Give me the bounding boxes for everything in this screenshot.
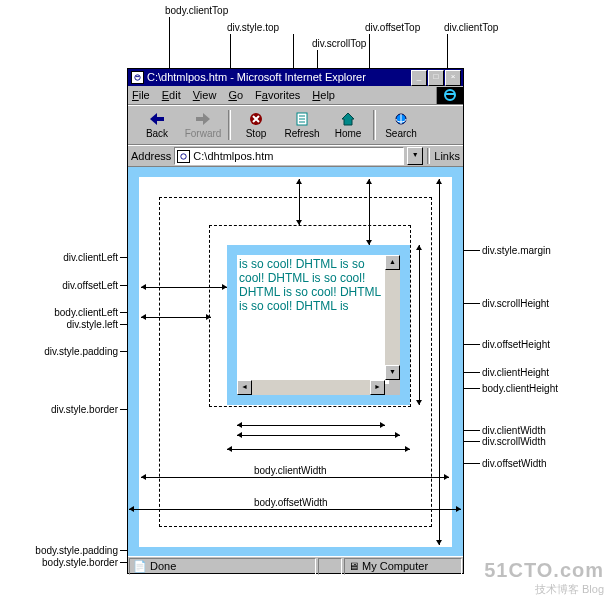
- lbl-body-clientTop: body.clientTop: [165, 5, 228, 16]
- status-pane-2: [318, 558, 342, 575]
- div-offsetHeight-arrow: [419, 245, 420, 405]
- scroll-right-button[interactable]: ►: [370, 380, 385, 395]
- forward-button[interactable]: Forward: [180, 108, 226, 142]
- maximize-button[interactable]: □: [428, 70, 444, 86]
- div-scrollWidth-arrow: [237, 435, 400, 436]
- menu-go[interactable]: Go: [228, 89, 243, 101]
- div-clientWidth-arrow: [237, 425, 385, 426]
- horizontal-scrollbar[interactable]: ◄ ►: [237, 380, 385, 395]
- scroll-down-button[interactable]: ▼: [385, 365, 400, 380]
- lbl-body-style-border: body.style.border: [4, 557, 118, 568]
- lbl-div-clientWidth: div.clientWidth: [482, 425, 546, 436]
- menu-file[interactable]: File: [132, 89, 150, 101]
- lbl-div-scrollWidth: div.scrollWidth: [482, 436, 546, 447]
- search-button[interactable]: Search: [378, 108, 424, 142]
- refresh-button[interactable]: Refresh: [279, 108, 325, 142]
- stop-button[interactable]: Stop: [233, 108, 279, 142]
- body-clientWidth-arrow: [141, 477, 449, 478]
- lbl-div-offsetWidth: div.offsetWidth: [482, 458, 547, 469]
- scroll-up-button[interactable]: ▲: [385, 255, 400, 270]
- address-dropdown[interactable]: ▼: [407, 147, 423, 165]
- menu-edit[interactable]: Edit: [162, 89, 181, 101]
- client-area: is so cool! DHTML is so cool! DHTML is s…: [128, 167, 463, 556]
- toolbar: Back Forward Stop Refresh Home Search: [128, 105, 463, 145]
- diagram-container: body.clientTop div.style.top div.scrollT…: [0, 0, 609, 602]
- menu-bar: File Edit View Go Favorites Help: [128, 86, 463, 105]
- lbl-div-scrollTop: div.scrollTop: [312, 38, 366, 49]
- lbl-div-clientTop: div.clientTop: [444, 22, 498, 33]
- scroll-left-button[interactable]: ◄: [237, 380, 252, 395]
- address-bar: Address C:\dhtmlpos.htm ▼ Links: [128, 145, 463, 167]
- address-input[interactable]: C:\dhtmlpos.htm: [174, 147, 404, 165]
- ie-logo-icon: [436, 87, 463, 104]
- lbl-div-clientHeight: div.clientHeight: [482, 367, 549, 378]
- vertical-scrollbar[interactable]: ▲ ▼: [385, 255, 400, 380]
- done-icon: 📄: [133, 560, 147, 573]
- body-offsetWidth-arrow: [129, 509, 461, 510]
- div-offsetWidth-arrow: [227, 449, 410, 450]
- lbl-div-offsetHeight: div.offsetHeight: [482, 339, 550, 350]
- div-offsetTop-arrow: [369, 179, 370, 245]
- div-style-left-arrow: [141, 317, 211, 318]
- home-button[interactable]: Home: [325, 108, 371, 142]
- title-bar[interactable]: C:\dhtmlpos.htm - Microsoft Internet Exp…: [128, 69, 463, 86]
- minimize-button[interactable]: _: [411, 70, 427, 86]
- lbl-div-offsetLeft: div.offsetLeft: [23, 280, 118, 291]
- lbl-body-clientLeft: body.clientLeft: [4, 307, 118, 318]
- div-offsetLeft-arrow: [141, 287, 227, 288]
- lbl-div-style-left: div.style.left: [32, 319, 118, 330]
- lbl-div-style-border: div.style.border: [5, 404, 118, 415]
- status-bar: 📄 Done 🖥 My Computer: [128, 556, 463, 575]
- menu-view[interactable]: View: [193, 89, 217, 101]
- lbl-div-scrollHeight: div.scrollHeight: [482, 298, 549, 309]
- div-style-top-arrow: [299, 179, 300, 225]
- computer-icon: 🖥: [348, 560, 359, 572]
- body-inner: is so cool! DHTML is so cool! DHTML is s…: [139, 177, 452, 547]
- watermark: 51CTO.com 技术博客 Blog: [484, 559, 604, 597]
- lbl-div-style-top: div.style.top: [227, 22, 279, 33]
- status-pane-done: 📄 Done: [129, 558, 316, 575]
- status-pane-zone: 🖥 My Computer: [344, 558, 462, 575]
- lbl-div-style-padding: div.style.padding: [5, 346, 118, 357]
- lbl-body-style-padding: body.style.padding: [4, 545, 118, 556]
- page-icon: [177, 150, 190, 163]
- ie-window: C:\dhtmlpos.htm - Microsoft Internet Exp…: [127, 68, 464, 574]
- lbl-div-style-margin: div.style.margin: [482, 245, 551, 256]
- address-label: Address: [131, 150, 171, 162]
- menu-favorites[interactable]: Favorites: [255, 89, 300, 101]
- window-title: C:\dhtmlpos.htm - Microsoft Internet Exp…: [147, 69, 366, 86]
- div-element: is so cool! DHTML is so cool! DHTML is s…: [227, 245, 410, 405]
- body-clientHeight-arrow: [439, 179, 440, 545]
- lbl-body-clientHeight: body.clientHeight: [482, 383, 558, 394]
- links-label[interactable]: Links: [434, 150, 460, 162]
- lbl-div-offsetTop: div.offsetTop: [365, 22, 420, 33]
- close-button[interactable]: ×: [445, 70, 461, 86]
- menu-help[interactable]: Help: [312, 89, 335, 101]
- back-button[interactable]: Back: [134, 108, 180, 142]
- lbl-div-clientLeft: div.clientLeft: [23, 252, 118, 263]
- div-content: is so cool! DHTML is so cool! DHTML is s…: [237, 255, 389, 384]
- ie-app-icon: [131, 71, 144, 84]
